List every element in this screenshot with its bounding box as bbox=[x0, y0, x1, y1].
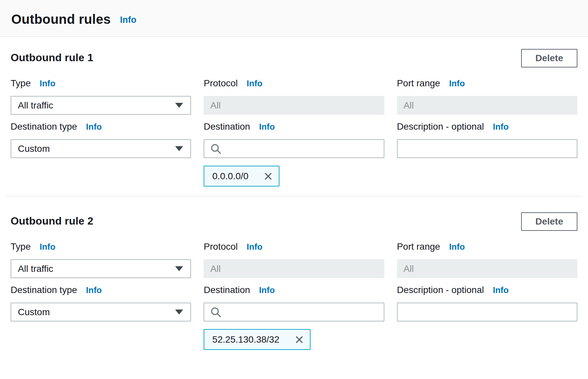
type-info-link[interactable]: Info bbox=[40, 241, 56, 253]
description-info-link[interactable]: Info bbox=[493, 121, 509, 133]
page-title: Outbound rules bbox=[11, 12, 111, 27]
rule-2-destination-chip: 52.25.130.38/32 bbox=[204, 329, 310, 350]
rule-1-header: Outbound rule 1 Delete bbox=[11, 49, 577, 67]
rule-1-type-select[interactable]: All traffic bbox=[11, 96, 191, 115]
port-range-info-link[interactable]: Info bbox=[449, 77, 465, 89]
chevron-down-icon bbox=[175, 103, 183, 108]
rule-2-destination-chip-value: 52.25.130.38/32 bbox=[212, 334, 279, 345]
rule-2-protocol-input bbox=[204, 259, 384, 278]
rule-1-destination-type-field: Destination type Info Custom bbox=[11, 121, 191, 187]
rule-1-type-field: Type Info All traffic bbox=[11, 77, 191, 115]
rule-1-delete-button[interactable]: Delete bbox=[521, 49, 577, 67]
destination-type-info-link[interactable]: Info bbox=[86, 121, 102, 133]
port-range-label: Port range bbox=[397, 77, 440, 89]
protocol-label: Protocol bbox=[204, 241, 238, 253]
destination-type-label: Destination type bbox=[11, 121, 77, 133]
chevron-down-icon bbox=[175, 266, 183, 271]
destination-type-info-link[interactable]: Info bbox=[86, 284, 102, 296]
rule-1-title: Outbound rule 1 bbox=[11, 49, 93, 64]
port-range-label: Port range bbox=[397, 241, 440, 253]
rule-1-destination-type-select-value: Custom bbox=[18, 144, 50, 154]
destination-label: Destination bbox=[204, 121, 250, 133]
chevron-down-icon bbox=[175, 310, 183, 315]
type-info-link[interactable]: Info bbox=[40, 77, 56, 89]
outbound-rules-info-link[interactable]: Info bbox=[120, 15, 136, 25]
rule-2-header: Outbound rule 2 Delete bbox=[11, 212, 577, 231]
close-icon[interactable] bbox=[263, 171, 273, 182]
destination-info-link[interactable]: Info bbox=[259, 121, 275, 133]
rule-1-destination-chip-value: 0.0.0.0/0 bbox=[212, 171, 248, 182]
description-info-link[interactable]: Info bbox=[493, 284, 509, 296]
rule-2-row-2: Destination type Info Custom Destination… bbox=[11, 284, 577, 350]
port-range-info-link[interactable]: Info bbox=[449, 241, 465, 253]
outbound-rules-header: Outbound rules Info bbox=[0, 0, 588, 37]
rule-1-port-range-field: Port range Info bbox=[397, 77, 577, 115]
description-label: Description - optional bbox=[397, 121, 484, 133]
rule-2-port-range-field: Port range Info bbox=[397, 241, 577, 278]
rule-2-protocol-field: Protocol Info bbox=[204, 241, 384, 278]
rule-2-port-range-input bbox=[397, 259, 577, 278]
rule-1-description-field: Description - optional Info bbox=[397, 121, 577, 187]
rule-2-destination-search-input[interactable] bbox=[204, 303, 384, 321]
rule-1-destination-search-input[interactable] bbox=[204, 139, 384, 158]
rule-1-port-range-input bbox=[397, 96, 577, 115]
rule-2-type-select-value: All traffic bbox=[18, 264, 53, 274]
rule-1-type-select-value: All traffic bbox=[18, 100, 53, 111]
rule-1-protocol-input bbox=[204, 96, 384, 115]
rule-2-destination-field: Destination Info 52.25.130.38/32 bbox=[204, 284, 384, 350]
rule-2-delete-button[interactable]: Delete bbox=[521, 212, 577, 231]
rule-2-type-select[interactable]: All traffic bbox=[11, 259, 191, 278]
rule-1-description-input[interactable] bbox=[397, 139, 577, 158]
rule-2-destination-type-select[interactable]: Custom bbox=[11, 303, 191, 321]
rule-1-row-2: Destination type Info Custom Destination… bbox=[11, 121, 577, 187]
outbound-rules-body: Outbound rule 1 Delete Type Info All tra… bbox=[0, 37, 588, 363]
rule-1-row-1: Type Info All traffic Protocol Info Port… bbox=[11, 77, 577, 115]
rule-1-destination-field: Destination Info 0.0.0.0/0 bbox=[204, 121, 384, 187]
close-icon[interactable] bbox=[294, 334, 305, 345]
description-label: Description - optional bbox=[397, 284, 484, 296]
destination-label: Destination bbox=[204, 284, 250, 296]
rule-2-destination-type-field: Destination type Info Custom bbox=[11, 284, 191, 350]
rule-2-row-1: Type Info All traffic Protocol Info Port… bbox=[11, 241, 577, 278]
type-label: Type bbox=[11, 77, 31, 89]
rule-2-title: Outbound rule 2 bbox=[11, 212, 93, 227]
rule-1-destination-chip: 0.0.0.0/0 bbox=[204, 166, 279, 187]
rule-1-protocol-field: Protocol Info bbox=[204, 77, 384, 115]
destination-info-link[interactable]: Info bbox=[259, 284, 275, 296]
rule-2-description-field: Description - optional Info bbox=[397, 284, 577, 350]
outbound-rule-1-section: Outbound rule 1 Delete Type Info All tra… bbox=[11, 37, 577, 187]
chevron-down-icon bbox=[175, 146, 183, 151]
rule-2-description-input[interactable] bbox=[397, 303, 577, 321]
protocol-info-link[interactable]: Info bbox=[247, 77, 263, 89]
type-label: Type bbox=[11, 241, 31, 253]
protocol-info-link[interactable]: Info bbox=[247, 241, 263, 253]
destination-type-label: Destination type bbox=[11, 284, 77, 296]
protocol-label: Protocol bbox=[204, 77, 238, 89]
rule-2-destination-type-select-value: Custom bbox=[18, 307, 50, 317]
rule-2-type-field: Type Info All traffic bbox=[11, 241, 191, 278]
rule-1-destination-type-select[interactable]: Custom bbox=[11, 139, 191, 158]
outbound-rule-2-section: Outbound rule 2 Delete Type Info All tra… bbox=[11, 196, 577, 350]
